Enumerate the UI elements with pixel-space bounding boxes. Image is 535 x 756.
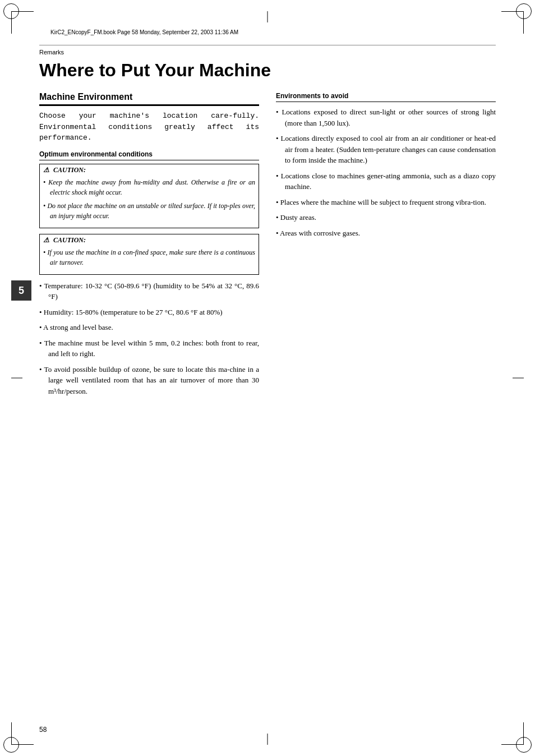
crop-mark-br	[501, 722, 524, 745]
page: KirC2_ENcopyF_FM.book Page 58 Monday, Se…	[0, 0, 535, 756]
bullet-item-base: A strong and level base.	[39, 322, 259, 333]
section-label: Remarks	[39, 49, 496, 56]
header-divider	[39, 45, 496, 45]
caution-1-item-2: Do not place the machine on an unstable …	[43, 201, 255, 221]
chapter-tab: 5	[11, 280, 31, 301]
warning-icon-1: ⚠	[43, 166, 49, 174]
main-title: Where to Put Your Machine	[39, 60, 496, 81]
crop-mark-bl	[11, 722, 34, 745]
caution-box-2: ⚠ CAUTION: If you use the machine in a c…	[39, 234, 259, 275]
file-info: KirC2_ENcopyF_FM.book Page 58 Monday, Se…	[50, 29, 238, 35]
caution-1-header: ⚠ CAUTION:	[40, 164, 259, 176]
two-column-layout: Machine Environment Choose your machine'…	[39, 92, 496, 401]
right-column: Environments to avoid Locations exposed …	[276, 92, 496, 401]
left-column: Machine Environment Choose your machine'…	[39, 92, 259, 401]
environments-to-avoid-heading: Environments to avoid	[276, 92, 496, 102]
tick-top	[268, 11, 268, 22]
content-area: Remarks Where to Put Your Machine 5 Mach…	[39, 45, 496, 717]
crop-mark-tl	[11, 11, 34, 34]
bullet-dusty: Dusty areas.	[276, 212, 496, 223]
tick-left	[11, 378, 22, 379]
bullet-sunlight: Locations exposed to direct sun-light or…	[276, 107, 496, 128]
page-number: 58	[39, 726, 47, 734]
bullet-item-temperature: Temperature: 10-32 °C (50-89.6 °F) (humi…	[39, 280, 259, 302]
machine-environment-heading: Machine Environment	[39, 92, 259, 106]
tick-right	[513, 378, 524, 379]
bullet-air-conditioner: Locations directly exposed to cool air f…	[276, 133, 496, 166]
environments-list: Locations exposed to direct sun-light or…	[276, 107, 496, 238]
bullet-item-ozone: To avoid possible buildup of ozone, be s…	[39, 364, 259, 397]
caution-2-item-1: If you use the machine in a con-fined sp…	[43, 247, 255, 268]
conditions-list: Temperature: 10-32 °C (50-89.6 °F) (humi…	[39, 280, 259, 397]
bullet-item-level: The machine must be level within 5 mm, 0…	[39, 338, 259, 359]
bullet-ammonia: Locations close to machines gener-ating …	[276, 170, 496, 192]
bullet-vibration: Places where the machine will be subject…	[276, 197, 496, 208]
tick-bottom	[268, 734, 268, 745]
optimum-conditions-heading: Optimum environmental conditions	[39, 150, 259, 160]
caution-1-body: Keep the machine away from hu-midity and…	[40, 176, 259, 228]
caution-2-header: ⚠ CAUTION:	[40, 234, 259, 246]
caution-box-1: ⚠ CAUTION: Keep the machine away from hu…	[39, 164, 259, 228]
bullet-corrosive: Areas with corrosive gases.	[276, 228, 496, 239]
bullet-item-humidity: Humidity: 15-80% (temperature to be 27 °…	[39, 307, 259, 318]
warning-icon-2: ⚠	[43, 236, 49, 245]
intro-text: Choose your machine's location care-full…	[39, 110, 259, 144]
caution-2-body: If you use the machine in a con-fined sp…	[40, 246, 259, 274]
crop-mark-tr	[501, 11, 524, 34]
caution-1-item-1: Keep the machine away from hu-midity and…	[43, 177, 255, 197]
